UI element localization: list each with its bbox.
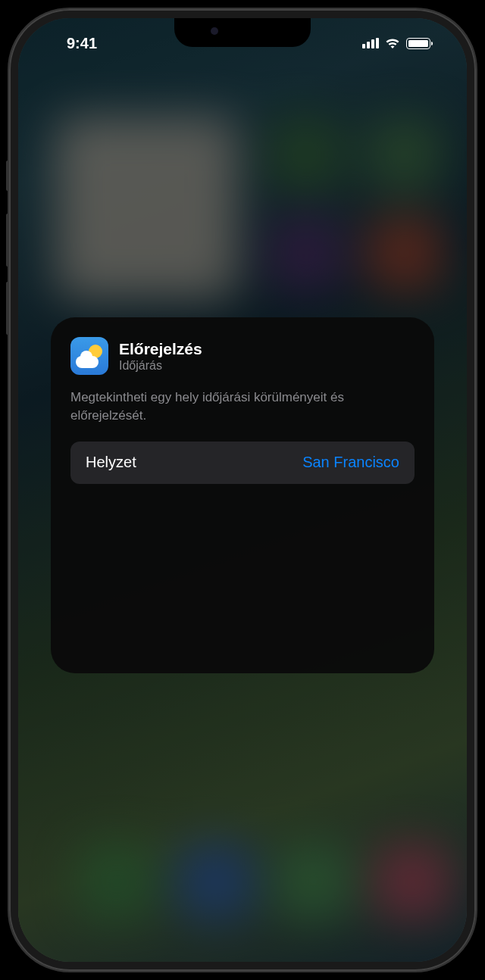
phone-frame: 9:41 Előrejelzés xyxy=(9,9,476,971)
status-time: 9:41 xyxy=(67,35,97,52)
cellular-signal-icon xyxy=(362,38,379,48)
location-row[interactable]: Helyzet San Francisco xyxy=(70,442,415,484)
weather-app-icon xyxy=(70,337,108,375)
notch xyxy=(174,18,311,47)
side-buttons xyxy=(6,161,9,350)
status-indicators xyxy=(362,38,430,49)
phone-screen: 9:41 Előrejelzés xyxy=(18,18,467,962)
location-row-label: Helyzet xyxy=(86,454,136,471)
popup-header: Előrejelzés Időjárás xyxy=(70,337,415,375)
wifi-icon xyxy=(385,38,400,49)
popup-title: Előrejelzés xyxy=(119,339,202,358)
popup-app-name: Időjárás xyxy=(119,358,202,373)
location-row-value: San Francisco xyxy=(302,454,399,471)
widget-config-popup: Előrejelzés Időjárás Megtekintheti egy h… xyxy=(51,317,434,673)
battery-icon xyxy=(406,38,430,49)
popup-description: Megtekintheti egy hely időjárási körülmé… xyxy=(70,389,415,425)
